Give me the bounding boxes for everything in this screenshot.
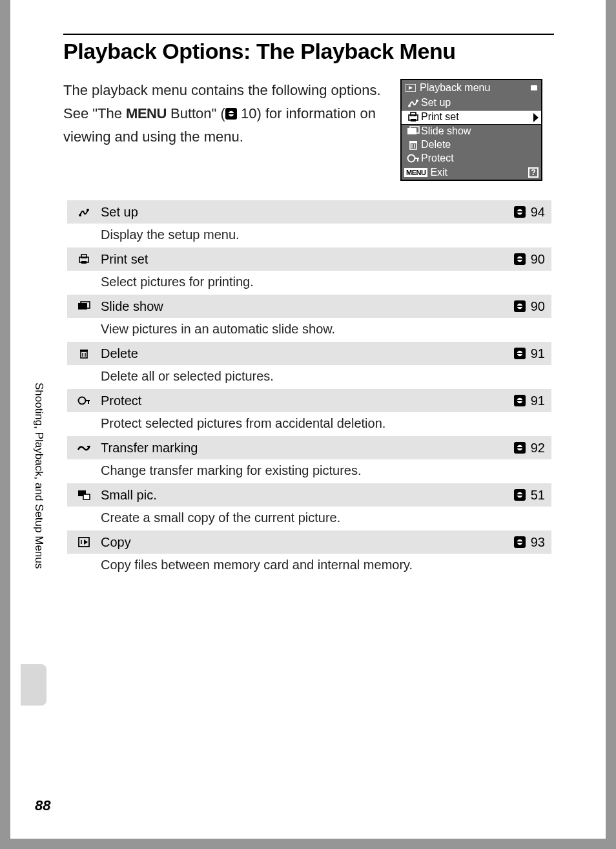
svg-rect-34: [517, 306, 522, 307]
setup-icon: [406, 97, 421, 109]
option-name: Protect: [101, 393, 141, 408]
lcd-header-text: Playback menu: [420, 82, 490, 94]
manual-page: Playback Options: The Playback Menu The …: [10, 0, 606, 839]
option-name: Small pic.: [101, 488, 157, 503]
lcd-row-set-up: Set up: [402, 96, 541, 110]
svg-rect-62: [517, 541, 522, 543]
option-page-number: 91: [531, 346, 545, 361]
option-head: Transfer marking92: [67, 436, 551, 459]
svg-rect-8: [411, 112, 416, 116]
option-head: Protect91: [67, 389, 551, 412]
option-description: Copy files between memory card and inter…: [67, 554, 551, 578]
page-ref-icon: [514, 395, 526, 406]
option-page-ref: 91: [514, 346, 545, 361]
svg-marker-58: [84, 540, 88, 545]
svg-rect-56: [517, 494, 522, 496]
intro-prefix: See "The: [63, 105, 126, 121]
intro-line-1: The playback menu contains the following…: [63, 82, 381, 98]
option-row-delete: Delete91Delete all or selected pictures.: [67, 342, 551, 389]
option-page-ref: 90: [514, 252, 545, 267]
intro-middle: Button" (: [167, 105, 225, 121]
option-page-ref: 92: [514, 441, 545, 456]
option-head: Small pic.51: [67, 483, 551, 507]
page-ref-icon: [514, 300, 526, 312]
option-description: Display the setup menu.: [67, 224, 551, 247]
lcd-row-label: Protect: [421, 152, 454, 164]
option-row-slide: Slide show90View pictures in an automati…: [67, 295, 551, 342]
option-page-number: 90: [531, 252, 545, 267]
page-ref-icon: [514, 253, 526, 265]
protect-icon: [67, 395, 101, 406]
option-name: Copy: [101, 535, 131, 550]
option-name: Set up: [101, 205, 138, 220]
page-number: 88: [35, 797, 50, 814]
copy-icon: [67, 536, 101, 548]
svg-rect-47: [517, 400, 522, 401]
page-ref-icon: [514, 442, 526, 454]
lcd-playback-menu: Playback menu Set upPrint setSlide showD…: [400, 79, 542, 181]
option-head: Slide show90: [67, 295, 551, 318]
option-row-smallpic: Small pic.51Create a small copy of the c…: [67, 483, 551, 530]
svg-rect-15: [409, 141, 417, 143]
svg-point-5: [408, 105, 411, 107]
option-row-copy: Copy93Copy files between memory card and…: [67, 530, 551, 578]
page-title: Playback Options: The Playback Menu: [63, 39, 456, 64]
option-row-setup: Set up94Display the setup menu.: [67, 200, 551, 247]
title-rule: [63, 34, 554, 35]
option-row-print: Print set90Select pictures for printing.: [67, 247, 551, 295]
intro-paragraph: The playback menu contains the following…: [63, 79, 399, 149]
page-ref-icon: [514, 536, 526, 548]
svg-rect-29: [517, 258, 522, 260]
svg-point-19: [79, 214, 81, 216]
svg-rect-12: [410, 143, 416, 149]
intro-ref-number: 10: [237, 105, 257, 121]
print-icon: [67, 253, 101, 265]
svg-point-42: [79, 397, 86, 404]
help-icon: ?: [528, 167, 539, 178]
svg-point-20: [87, 209, 89, 211]
option-description: Protect selected pictures from accidenta…: [67, 412, 551, 436]
svg-rect-26: [81, 261, 87, 264]
protect-icon: [406, 153, 421, 163]
svg-rect-35: [81, 351, 87, 358]
option-page-ref: 94: [514, 205, 545, 220]
option-page-ref: 90: [514, 299, 545, 314]
section-tab-label: Shooting, Playback, and Setup Menus: [32, 383, 45, 596]
option-name: Slide show: [101, 299, 163, 314]
svg-rect-41: [517, 353, 522, 354]
battery-icon: [531, 85, 537, 90]
transfer-icon: [67, 443, 101, 452]
svg-point-16: [408, 155, 415, 162]
option-head: Delete91: [67, 342, 551, 365]
page-ref-icon: [514, 348, 526, 359]
option-page-number: 91: [531, 393, 545, 408]
option-head: Set up94: [67, 200, 551, 224]
lcd-row-label: Slide show: [421, 125, 471, 137]
option-page-number: 92: [531, 441, 545, 456]
lcd-row-protect: Protect: [402, 152, 541, 165]
option-head: Copy93: [67, 530, 551, 554]
svg-rect-2: [229, 113, 234, 114]
page-ref-icon: [225, 108, 237, 120]
option-head: Print set90: [67, 247, 551, 271]
option-page-number: 90: [531, 299, 545, 314]
option-page-ref: 91: [514, 393, 545, 408]
menu-badge: MENU: [404, 168, 427, 177]
svg-rect-23: [517, 211, 522, 213]
setup-icon: [67, 206, 101, 218]
page-ref-icon: [514, 206, 526, 218]
option-description: Create a small copy of the current pictu…: [67, 507, 551, 530]
option-page-ref: 51: [514, 488, 545, 503]
lcd-row-label: Set up: [421, 97, 451, 109]
svg-rect-9: [411, 119, 416, 121]
delete-icon: [406, 139, 421, 151]
svg-rect-51: [517, 447, 522, 448]
option-description: View pictures in an automatic slide show…: [67, 318, 551, 342]
options-table: Set up94Display the setup menu.Print set…: [67, 200, 551, 578]
delete-icon: [67, 348, 101, 359]
option-name: Print set: [101, 252, 148, 267]
option-page-ref: 93: [514, 535, 545, 550]
option-description: Change transfer marking for existing pic…: [67, 459, 551, 483]
lcd-row-slide-show: Slide show: [402, 125, 541, 138]
section-tab: [21, 664, 46, 706]
